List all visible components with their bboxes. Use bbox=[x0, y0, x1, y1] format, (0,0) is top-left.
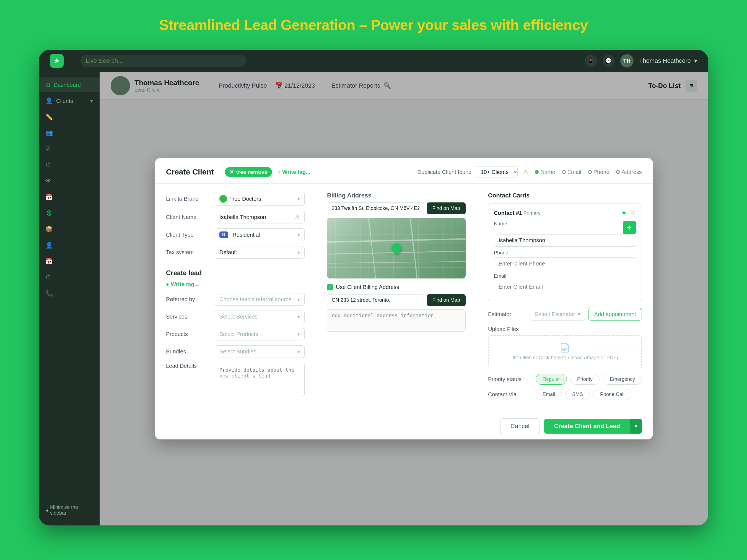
modal-overlay: Create Client ✕ tree remove + Write tag.… bbox=[100, 72, 708, 526]
services-chevron-icon: ▾ bbox=[298, 314, 300, 320]
messages-icon[interactable]: 💬 bbox=[602, 55, 615, 67]
tab-address[interactable]: Address bbox=[616, 169, 642, 175]
svg-line-4 bbox=[327, 261, 466, 263]
warning-triangle-icon: ⚠ bbox=[295, 214, 300, 220]
billing-address-section: Billing Address Find on Map bbox=[327, 192, 466, 278]
products-select[interactable]: Select Products ▾ bbox=[215, 328, 305, 341]
link-to-brand-row: Link to Brand 🌿 Tree Doctors ▾ bbox=[166, 192, 305, 206]
contact-phone-input[interactable] bbox=[494, 258, 636, 270]
contact-cards-title: Contact Cards bbox=[488, 192, 642, 199]
create-client-lead-button[interactable]: Create Client and Lead bbox=[544, 419, 630, 434]
modal-footer: Cancel Create Client and Lead ▾ bbox=[155, 412, 653, 439]
contact-via-phonecall-btn[interactable]: Phone Call bbox=[593, 389, 632, 400]
live-search[interactable]: Live Search... bbox=[80, 55, 246, 67]
add-appointment-button[interactable]: Add appointment bbox=[589, 308, 642, 321]
sidebar-item-view[interactable]: 👁 bbox=[39, 174, 100, 189]
priority-priority-btn[interactable]: Priority bbox=[570, 374, 599, 385]
contact-name-field: Name bbox=[494, 221, 636, 247]
bundles-select[interactable]: Select Bundles ▾ bbox=[215, 345, 305, 358]
billing-address-input[interactable] bbox=[327, 203, 424, 214]
clients-icon: 👤 bbox=[45, 97, 53, 105]
products-row: Products Select Products ▾ bbox=[166, 328, 305, 341]
lead-find-map-btn[interactable]: Find on Map bbox=[427, 294, 466, 306]
use-billing-address-row: ✓ Use Client Billing Address bbox=[327, 284, 466, 290]
priority-status-row: Priority status Regular Priority Emergen… bbox=[488, 374, 642, 385]
lead-address-input[interactable] bbox=[327, 294, 424, 306]
tab-name-dot bbox=[535, 170, 539, 174]
client-type-row: Client Type R Residential ▾ bbox=[166, 229, 305, 241]
sidebar-item-dashboard[interactable]: ⊞ Dashboard bbox=[39, 77, 100, 92]
sidebar-item-clients[interactable]: 👤 Clients ▾ bbox=[39, 94, 100, 108]
billing-address-bar: Find on Map bbox=[327, 203, 466, 214]
priority-emergency-btn[interactable]: Emergency bbox=[603, 374, 642, 385]
contact-email-input[interactable] bbox=[494, 281, 636, 293]
referred-by-select[interactable]: Choose lead's referral source ▾ bbox=[215, 293, 305, 305]
lead-tag-write[interactable]: + Write tag... bbox=[166, 281, 199, 288]
user-avatar[interactable]: TH bbox=[620, 54, 634, 68]
contact-email-field: Email bbox=[494, 273, 636, 293]
sidebar-item-user[interactable]: 👤 bbox=[39, 238, 100, 253]
sidebar-item-team[interactable]: 👥 bbox=[39, 126, 100, 140]
tax-system-row: Tax system Default ▾ bbox=[166, 246, 305, 259]
client-type-select[interactable]: R Residential ▾ bbox=[215, 229, 305, 241]
view-icon: 👁 bbox=[45, 178, 51, 185]
svg-line-3 bbox=[410, 218, 417, 278]
billing-icon: 💲 bbox=[45, 210, 53, 217]
tag-write-button[interactable]: + Write tag... bbox=[278, 169, 310, 175]
find-on-map-btn[interactable]: Find on Map bbox=[427, 203, 466, 214]
sidebar-item-billing[interactable]: 💲 bbox=[39, 206, 100, 221]
create-btn-group: Create Client and Lead ▾ bbox=[544, 419, 642, 434]
lead-details-input[interactable] bbox=[215, 363, 305, 396]
upload-area[interactable]: 📄 Drop files or Click here to upload (im… bbox=[488, 335, 642, 368]
star-button[interactable]: ★ bbox=[621, 209, 627, 216]
add-contact-button[interactable]: + bbox=[623, 221, 636, 234]
tag-remove-badge[interactable]: ✕ tree remove bbox=[225, 167, 272, 177]
sidebar-item-time[interactable]: ⏱ bbox=[39, 158, 100, 172]
sidebar: ⊞ Dashboard 👤 Clients ▾ ✏️ 👥 ☑ ⏱ 👁 bbox=[39, 72, 100, 526]
cancel-button[interactable]: Cancel bbox=[500, 419, 540, 434]
inventory-icon: 📦 bbox=[45, 226, 53, 233]
edit-icon: ✏️ bbox=[45, 113, 53, 121]
spacer bbox=[166, 264, 305, 269]
sidebar-item-phone[interactable]: 📞 bbox=[39, 286, 100, 301]
bundles-chevron-icon: ▾ bbox=[298, 349, 300, 355]
sidebar-item-schedule[interactable]: 📅 bbox=[39, 254, 100, 269]
estimator-row: Estimator Select Estimator ▾ Add appoint… bbox=[488, 308, 642, 321]
estimator-select[interactable]: Select Estimator ▾ bbox=[530, 308, 585, 321]
type-chevron-icon: ▾ bbox=[298, 232, 300, 238]
contact-via-email-btn[interactable]: Email bbox=[536, 389, 562, 400]
tab-phone-dot bbox=[588, 170, 592, 174]
services-select[interactable]: Select Services ▾ bbox=[215, 311, 305, 323]
lead-address-bar: Find on Map bbox=[327, 294, 466, 306]
sidebar-item-inventory[interactable]: 📦 bbox=[39, 222, 100, 237]
tab-email-dot bbox=[562, 170, 566, 174]
use-billing-checkbox[interactable]: ✓ bbox=[327, 284, 333, 290]
residential-badge: R bbox=[220, 232, 228, 238]
client-name-field[interactable]: Isabella Thompson ⚠ bbox=[215, 211, 305, 223]
priority-regular-btn[interactable]: Regular bbox=[536, 374, 567, 385]
link-to-brand-select[interactable]: 🌿 Tree Doctors ▾ bbox=[215, 192, 305, 206]
create-dropdown-arrow[interactable]: ▾ bbox=[630, 419, 642, 434]
time-icon: ⏱ bbox=[45, 161, 51, 169]
additional-address-input[interactable] bbox=[327, 310, 466, 331]
tax-system-select[interactable]: Default ▾ bbox=[215, 246, 305, 259]
duplicate-select[interactable]: 10+ Clients bbox=[475, 166, 518, 178]
contact-form: + Name Phone bbox=[494, 221, 636, 293]
sidebar-item-tasks[interactable]: ☑ bbox=[39, 141, 100, 157]
upload-files-section: Upload Files 📄 Drop files or Click here … bbox=[488, 326, 642, 368]
tab-email[interactable]: Email bbox=[562, 169, 581, 175]
delete-contact-button[interactable]: 🗑 bbox=[630, 209, 636, 216]
products-chevron-icon: ▾ bbox=[298, 331, 300, 337]
contact-via-sms-btn[interactable]: SMS bbox=[565, 389, 590, 400]
sidebar-item-edit[interactable]: ✏️ bbox=[39, 109, 100, 125]
minimize-sidebar[interactable]: ◂ Minimize the sidebar bbox=[39, 501, 100, 520]
contact-name-input[interactable] bbox=[494, 234, 636, 247]
sidebar-item-calendar[interactable]: 📅 bbox=[39, 190, 100, 205]
schedule-icon: 📅 bbox=[45, 258, 53, 265]
tab-name[interactable]: Name bbox=[535, 169, 555, 175]
sidebar-item-reports[interactable]: ⏱ bbox=[39, 270, 100, 285]
user-icon: 👤 bbox=[45, 242, 53, 249]
tab-phone[interactable]: Phone bbox=[588, 169, 610, 175]
chevron-down-icon: ▾ bbox=[298, 196, 300, 202]
monitor-icon[interactable]: 📱 bbox=[585, 55, 597, 67]
